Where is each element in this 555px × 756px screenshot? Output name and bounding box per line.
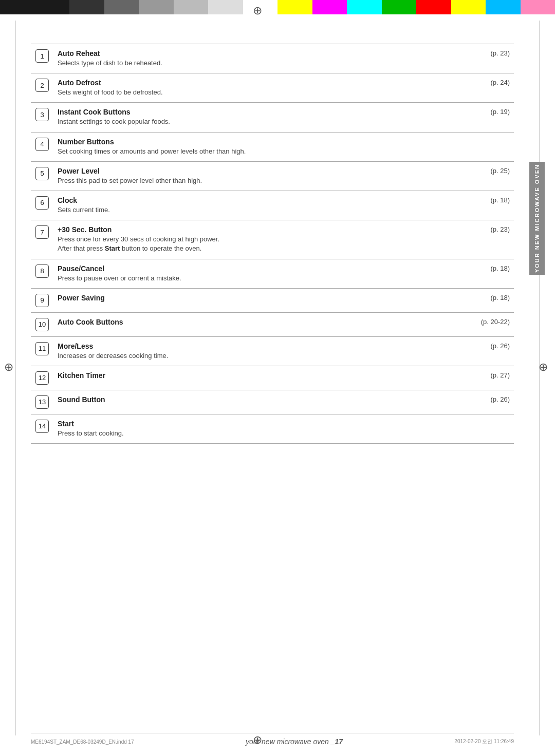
table-row: 12Kitchen Timer(p. 27)	[31, 366, 514, 390]
feature-page-ref: (p. 23)	[468, 44, 514, 73]
reg-mark-right	[538, 360, 552, 374]
table-row: 14StartPress to start cooking.	[31, 414, 514, 443]
table-row: 9Power Saving(p. 18)	[31, 288, 514, 312]
feature-description: Instant settings to cook popular foods.	[58, 118, 170, 125]
feature-number-badge: 9	[35, 294, 49, 307]
feature-description: Set cooking times or amounts and power l…	[58, 147, 246, 155]
sidebar-label: YOUR NEW MICROWAVE OVEN	[534, 164, 540, 273]
feature-number-badge: 1	[35, 49, 49, 63]
feature-page-ref: (p. 24)	[468, 73, 514, 103]
feature-description: Sets current time.	[58, 206, 110, 214]
footer-right: 2012-02-20 오전 11:26:49	[454, 738, 514, 745]
reg-mark-top-center	[252, 3, 266, 17]
feature-desc-cell: Number ButtonsSet cooking times or amoun…	[53, 132, 468, 161]
feature-description: Press to pause oven or corrent a mistake…	[58, 274, 181, 282]
feature-number-cell: 11	[31, 336, 53, 366]
feature-desc-cell: Auto DefrostSets weight of food to be de…	[53, 73, 468, 103]
footer-left: ME6194ST_ZAM_DE68-03249D_EN.indd 17	[31, 739, 134, 745]
feature-number-cell: 6	[31, 191, 53, 220]
feature-table: 1Auto ReheatSelects type of dish to be r…	[31, 44, 514, 444]
feature-title: Auto Defrost	[58, 79, 464, 87]
feature-title: Auto Cook Buttons	[58, 318, 464, 326]
feature-number-badge: 8	[35, 264, 49, 278]
feature-description: Press once for every 30 secs of cooking …	[58, 235, 219, 243]
feature-page-ref: (p. 18)	[468, 191, 514, 220]
table-row: 4Number ButtonsSet cooking times or amou…	[31, 132, 514, 161]
feature-page-ref	[468, 132, 514, 161]
feature-page-ref	[468, 414, 514, 443]
feature-number-cell: 1	[31, 44, 53, 73]
margin-line-left	[15, 21, 16, 735]
feature-number-cell: 3	[31, 103, 53, 132]
footer-center-text: your new microwave oven	[246, 738, 329, 746]
feature-page-ref: (p. 26)	[468, 390, 514, 414]
table-row: 1Auto ReheatSelects type of dish to be r…	[31, 44, 514, 73]
feature-desc-cell: +30 Sec. ButtonPress once for every 30 s…	[53, 220, 468, 259]
feature-number-cell: 14	[31, 414, 53, 443]
page-number: _17	[331, 738, 343, 746]
table-row: 7+30 Sec. ButtonPress once for every 30 …	[31, 220, 514, 259]
feature-title: Sound Button	[58, 395, 464, 404]
feature-number-badge: 7	[35, 225, 49, 239]
feature-desc-cell: Instant Cook ButtonsInstant settings to …	[53, 103, 468, 132]
feature-page-ref: (p. 27)	[468, 366, 514, 390]
feature-desc-cell: Power LevelPress this pad to set power l…	[53, 161, 468, 191]
feature-title: Auto Reheat	[58, 49, 464, 58]
margin-line-right	[539, 21, 540, 735]
feature-description: Sets weight of food to be defrosted.	[58, 88, 163, 96]
table-row: 10Auto Cook Buttons(p. 20-22)	[31, 312, 514, 336]
feature-number-cell: 8	[31, 259, 53, 288]
feature-number-badge: 12	[35, 371, 49, 385]
feature-title: Power Level	[58, 167, 464, 175]
feature-number-badge: 5	[35, 167, 49, 180]
table-row: 2Auto DefrostSets weight of food to be d…	[31, 73, 514, 103]
feature-number-badge: 3	[35, 108, 49, 121]
feature-number-badge: 2	[35, 79, 49, 92]
feature-number-cell: 10	[31, 312, 53, 336]
table-row: 3Instant Cook ButtonsInstant settings to…	[31, 103, 514, 132]
feature-desc-cell: ClockSets current time.	[53, 191, 468, 220]
feature-number-cell: 7	[31, 220, 53, 259]
feature-number-cell: 5	[31, 161, 53, 191]
feature-desc-cell: More/LessIncreases or decreases cooking …	[53, 336, 468, 366]
feature-title: Pause/Cancel	[58, 264, 464, 273]
feature-number-cell: 9	[31, 288, 53, 312]
feature-title: Power Saving	[58, 294, 464, 302]
feature-desc-cell: Power Saving	[53, 288, 468, 312]
feature-title: Instant Cook Buttons	[58, 108, 464, 116]
feature-description: Selects type of dish to be reheated.	[58, 59, 162, 67]
color-bar	[0, 0, 555, 14]
feature-desc-cell: Pause/CancelPress to pause oven or corre…	[53, 259, 468, 288]
feature-desc-cell: StartPress to start cooking.	[53, 414, 468, 443]
table-row: 6ClockSets current time.(p. 18)	[31, 191, 514, 220]
feature-page-ref: (p. 18)	[468, 259, 514, 288]
main-content: 1Auto ReheatSelects type of dish to be r…	[31, 28, 514, 725]
feature-page-ref: (p. 19)	[468, 103, 514, 132]
feature-page-ref: (p. 18)	[468, 288, 514, 312]
feature-number-badge: 6	[35, 196, 49, 210]
footer: ME6194ST_ZAM_DE68-03249D_EN.indd 17 your…	[31, 733, 514, 746]
feature-description-2: After that press Start button to operate…	[58, 244, 201, 252]
reg-mark-left	[3, 360, 17, 374]
feature-description: Press this pad to set power level other …	[58, 177, 202, 184]
feature-desc-cell: Sound Button	[53, 390, 468, 414]
feature-number-cell: 2	[31, 73, 53, 103]
table-row: 8Pause/CancelPress to pause oven or corr…	[31, 259, 514, 288]
feature-number-cell: 4	[31, 132, 53, 161]
feature-title: More/Less	[58, 342, 464, 350]
feature-page-ref: (p. 20-22)	[468, 312, 514, 336]
feature-page-ref: (p. 26)	[468, 336, 514, 366]
feature-description: Increases or decreases cooking time.	[58, 352, 168, 360]
footer-center: your new microwave oven _17	[246, 738, 343, 746]
feature-number-badge: 10	[35, 318, 49, 331]
feature-title: Start	[58, 420, 464, 428]
feature-desc-cell: Auto ReheatSelects type of dish to be re…	[53, 44, 468, 73]
feature-title: Kitchen Timer	[58, 371, 464, 380]
feature-title: +30 Sec. Button	[58, 225, 464, 234]
sidebar-tab: YOUR NEW MICROWAVE OVEN	[529, 162, 545, 275]
feature-title: Clock	[58, 196, 464, 204]
feature-desc-cell: Kitchen Timer	[53, 366, 468, 390]
table-row: 13Sound Button(p. 26)	[31, 390, 514, 414]
feature-page-ref: (p. 25)	[468, 161, 514, 191]
feature-number-badge: 4	[35, 138, 49, 151]
